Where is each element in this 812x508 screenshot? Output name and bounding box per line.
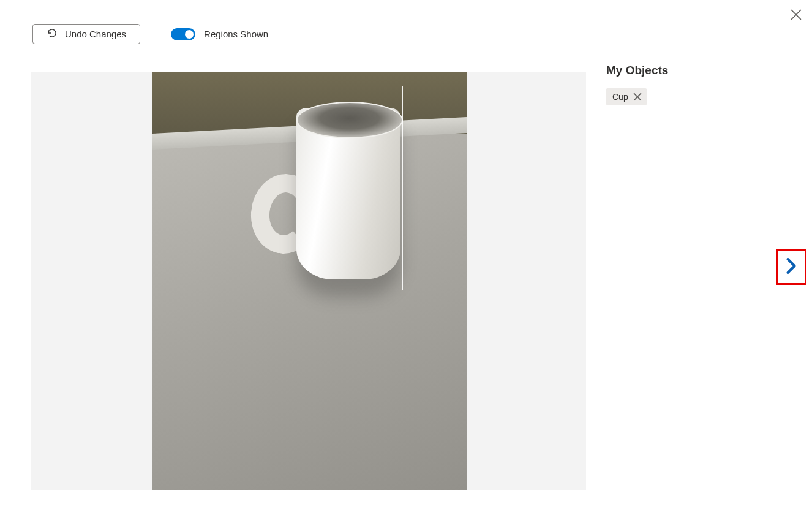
toggle-knob bbox=[185, 30, 194, 39]
undo-changes-label: Undo Changes bbox=[65, 29, 126, 39]
next-image-button[interactable] bbox=[776, 249, 806, 285]
undo-icon bbox=[47, 28, 56, 40]
training-image bbox=[152, 72, 467, 490]
undo-changes-button[interactable]: Undo Changes bbox=[32, 24, 140, 44]
image-canvas[interactable] bbox=[31, 72, 586, 490]
toolbar: Undo Changes Regions Shown bbox=[32, 24, 268, 44]
remove-tag-button[interactable] bbox=[633, 93, 642, 101]
object-tag-label: Cup bbox=[612, 92, 628, 102]
chevron-right-icon bbox=[784, 257, 798, 277]
close-icon bbox=[791, 9, 802, 23]
regions-toggle[interactable] bbox=[171, 28, 195, 40]
close-button[interactable] bbox=[788, 7, 805, 25]
bounding-box-cup[interactable] bbox=[206, 86, 403, 290]
objects-panel: My Objects Cup bbox=[606, 64, 765, 105]
object-tag[interactable]: Cup bbox=[606, 88, 647, 105]
objects-tag-list: Cup bbox=[606, 88, 765, 105]
regions-toggle-label: Regions Shown bbox=[204, 29, 268, 39]
objects-panel-title: My Objects bbox=[606, 64, 765, 77]
regions-toggle-group: Regions Shown bbox=[171, 28, 268, 40]
